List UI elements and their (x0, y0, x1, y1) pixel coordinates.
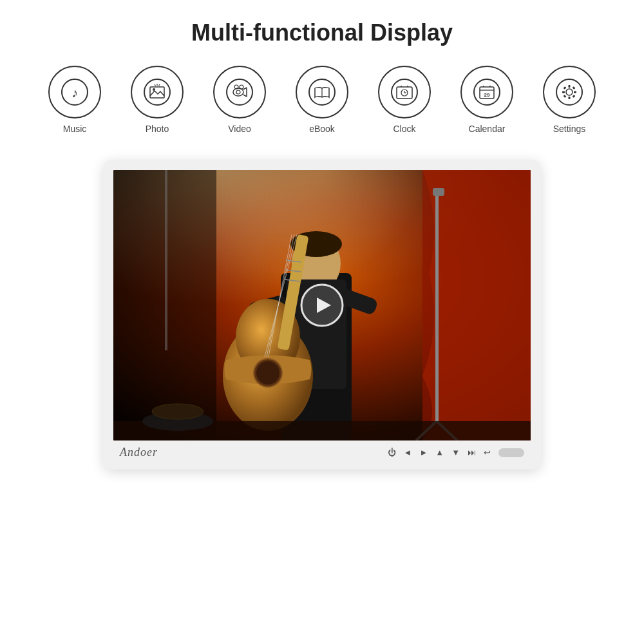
brand-name: Andoer (120, 446, 158, 459)
svg-point-8 (227, 79, 252, 105)
up-button[interactable]: ▲ (435, 448, 444, 457)
feature-settings: Settings (537, 66, 601, 134)
feature-photo: Photo (125, 66, 189, 134)
features-row: ♪ Music Photo (43, 66, 601, 134)
svg-rect-35 (562, 91, 565, 93)
return-button[interactable]: ↩ (484, 448, 491, 457)
ebook-label: eBook (309, 124, 335, 134)
svg-rect-64 (433, 188, 444, 196)
svg-rect-36 (574, 91, 576, 93)
svg-text:29: 29 (484, 92, 490, 98)
settings-label: Settings (553, 124, 586, 134)
svg-point-70 (152, 404, 204, 419)
prev-button[interactable]: ◄ (404, 448, 412, 457)
music-icon-circle: ♪ (48, 66, 101, 118)
video-icon-circle (213, 66, 266, 118)
page-title: Multi-functional Display (191, 19, 453, 46)
controls-row: ⏻ ◄ ► ▲ ▼ ⏭ ↩ (388, 448, 525, 457)
play-button[interactable]: ► (419, 448, 428, 457)
svg-text:♪: ♪ (71, 86, 78, 100)
device-bottom-bar: Andoer ⏻ ◄ ► ▲ ▼ ⏭ ↩ (113, 440, 531, 460)
feature-video: Video (207, 66, 272, 134)
calendar-icon-circle: 29 (460, 66, 513, 118)
photo-label: Photo (146, 124, 169, 134)
feature-ebook: eBook (290, 66, 354, 134)
slider-control[interactable] (498, 448, 524, 457)
clock-label: Clock (393, 124, 415, 134)
svg-point-2 (144, 79, 170, 105)
feature-clock: Clock (372, 66, 437, 134)
calendar-label: Calendar (469, 124, 506, 134)
music-label: Music (63, 124, 87, 134)
svg-point-4 (153, 88, 155, 91)
settings-icon-circle (543, 66, 596, 118)
svg-point-55 (256, 361, 279, 384)
svg-rect-33 (569, 85, 571, 88)
svg-rect-34 (569, 97, 571, 99)
video-label: Video (228, 124, 251, 134)
svg-point-31 (556, 79, 582, 105)
next-button[interactable]: ⏭ (468, 448, 476, 457)
feature-calendar: 29 Calendar (455, 66, 519, 134)
photo-icon-circle (131, 66, 184, 118)
down-button[interactable]: ▼ (451, 448, 460, 457)
svg-rect-67 (165, 170, 167, 350)
power-button[interactable]: ⏻ (388, 448, 396, 457)
device-frame: Andoer ⏻ ◄ ► ▲ ▼ ⏭ ↩ (103, 160, 541, 469)
ebook-icon-circle (296, 66, 348, 118)
svg-rect-63 (435, 189, 439, 421)
device-screen (113, 170, 531, 440)
clock-icon-circle (378, 66, 431, 118)
feature-music: ♪ Music (43, 66, 107, 134)
